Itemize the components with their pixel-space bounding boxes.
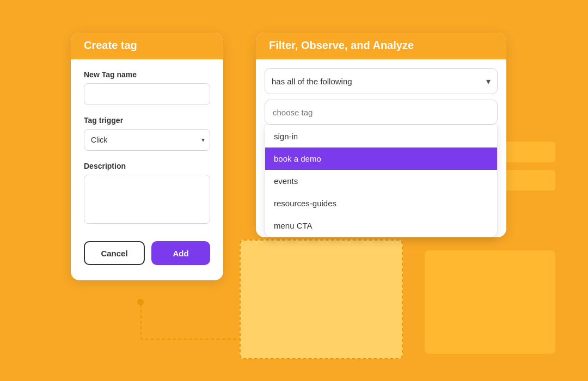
tag-option-sign-in[interactable]: sign-in (265, 125, 497, 148)
create-tag-panel: Create tag New Tag name Tag trigger Clic… (71, 33, 223, 280)
connector-dot (137, 299, 144, 305)
tag-trigger-label: Tag trigger (84, 116, 210, 125)
cancel-button[interactable]: Cancel (84, 241, 145, 265)
new-tag-name-label: New Tag name (84, 70, 210, 79)
tag-option-book-a-demo[interactable]: book a demo (265, 148, 497, 170)
tag-dropdown-list: sign-in book a demo events resources-gui… (265, 125, 498, 237)
create-tag-header: Create tag (71, 33, 223, 59)
filter-panel: Filter, Observe, and Analyze has all of … (256, 33, 506, 237)
description-textarea[interactable] (84, 175, 210, 224)
add-button[interactable]: Add (151, 241, 210, 265)
tag-trigger-group: Tag trigger Click Hover Submit ▾ (84, 116, 210, 151)
new-tag-name-input[interactable] (84, 83, 210, 105)
connector-line (140, 302, 241, 340)
tag-trigger-select-wrapper: Click Hover Submit ▾ (84, 129, 210, 151)
description-label: Description (84, 162, 210, 170)
tag-search-input[interactable] (265, 100, 498, 125)
filter-title: Filter, Observe, and Analyze (269, 39, 414, 51)
tag-option-resources-guides[interactable]: resources-guides (265, 192, 497, 214)
tag-option-menu-cta[interactable]: menu CTA (265, 214, 497, 237)
new-tag-name-group: New Tag name (84, 70, 210, 105)
tag-option-events[interactable]: events (265, 170, 497, 192)
condition-dropdown-value: has all of the following (272, 77, 486, 86)
action-buttons: Cancel Add (84, 241, 210, 265)
tag-trigger-select[interactable]: Click Hover Submit (84, 129, 210, 151)
filter-header: Filter, Observe, and Analyze (256, 33, 506, 59)
filter-body: has all of the following ▾ sign-in book … (256, 59, 506, 237)
bg-decorative-rect-4 (425, 250, 555, 354)
description-group: Description (84, 162, 210, 226)
create-tag-title: Create tag (84, 39, 137, 51)
condition-dropdown[interactable]: has all of the following ▾ (265, 68, 498, 94)
condition-chevron-icon: ▾ (486, 76, 491, 87)
bg-decorative-rect-3 (240, 239, 403, 359)
